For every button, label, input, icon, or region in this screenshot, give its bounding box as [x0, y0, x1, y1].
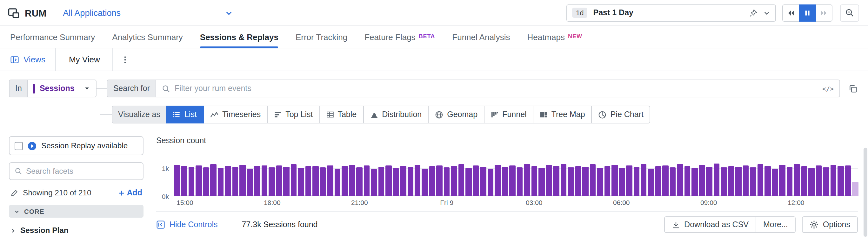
chart-bar[interactable]	[816, 165, 822, 196]
chart-bar[interactable]	[612, 165, 618, 196]
chart-bar[interactable]	[633, 167, 640, 196]
chart-bar[interactable]	[232, 167, 239, 196]
chart-bar[interactable]	[546, 165, 552, 196]
chart-bar[interactable]	[473, 166, 479, 196]
chart-bar[interactable]	[203, 167, 209, 196]
chart-bar[interactable]	[364, 165, 370, 196]
chart-bar[interactable]	[495, 165, 501, 196]
chart-bar[interactable]	[429, 166, 435, 196]
chart-bar[interactable]	[488, 168, 494, 196]
chart-bar[interactable]	[378, 167, 384, 196]
chart-bar[interactable]	[823, 167, 829, 196]
chart-bar[interactable]	[437, 165, 442, 196]
chart-bar[interactable]	[531, 166, 537, 196]
chart-bar[interactable]	[247, 168, 253, 196]
chart-bar[interactable]	[677, 164, 683, 196]
chart-bar[interactable]	[706, 167, 712, 196]
chart-bar[interactable]	[626, 165, 632, 196]
chart-bar[interactable]	[312, 166, 318, 196]
chart-bar[interactable]	[582, 167, 588, 196]
chart-bar[interactable]	[786, 167, 793, 196]
chart-bar[interactable]	[575, 166, 581, 196]
chart-bar[interactable]	[415, 164, 421, 196]
chart-bar[interactable]	[604, 166, 610, 196]
scrollbar-track[interactable]	[864, 145, 867, 234]
chart-bar[interactable]	[371, 169, 377, 196]
chart-bar[interactable]	[218, 168, 224, 196]
chart-bar[interactable]	[276, 166, 282, 196]
chart-bar[interactable]	[509, 165, 516, 196]
chart-bar[interactable]	[560, 164, 566, 196]
tab-error-tracking[interactable]: Error Tracking	[296, 26, 347, 48]
chart-bar[interactable]	[779, 165, 785, 196]
session-replay-checkbox[interactable]	[14, 141, 23, 150]
chart-bar[interactable]	[670, 167, 676, 196]
chart-bar[interactable]	[830, 165, 836, 196]
chart-bar[interactable]	[655, 166, 661, 196]
chart-bar[interactable]	[619, 168, 625, 196]
scrollbar-thumb[interactable]	[864, 148, 867, 237]
tab-analytics-summary[interactable]: Analytics Summary	[112, 26, 183, 48]
query-input[interactable]	[175, 84, 814, 93]
chart-bar[interactable]	[852, 182, 858, 196]
tab-funnel-analysis[interactable]: Funnel Analysis	[452, 26, 510, 48]
chart-bar[interactable]	[641, 164, 647, 196]
chart-bar[interactable]	[261, 165, 268, 196]
tab-heatmaps[interactable]: HeatmapsNEW	[527, 26, 582, 48]
viz-option-top-list[interactable]: Top List	[267, 106, 320, 124]
chart-bar[interactable]	[517, 167, 523, 196]
chart-bar[interactable]	[590, 164, 596, 196]
chart-bar[interactable]	[772, 168, 778, 196]
chart-bar[interactable]	[692, 168, 698, 196]
chart-bar[interactable]	[794, 164, 800, 196]
chart-bar[interactable]	[174, 165, 180, 196]
chart-bar[interactable]	[597, 168, 603, 196]
chart-bar[interactable]	[211, 164, 217, 196]
code-view-toggle[interactable]: </>	[818, 85, 834, 92]
chart-bar[interactable]	[181, 166, 187, 196]
hide-controls-button[interactable]: Hide Controls	[156, 220, 217, 229]
chart-bar[interactable]	[385, 165, 392, 196]
chart-bar[interactable]	[502, 167, 508, 196]
chart-bar[interactable]	[349, 165, 355, 196]
viz-option-table[interactable]: Table	[319, 106, 364, 124]
tab-performance-summary[interactable]: Performance Summary	[10, 26, 95, 48]
chart-bar[interactable]	[189, 166, 195, 196]
chevron-down-icon[interactable]	[763, 9, 770, 16]
tab-feature-flags[interactable]: Feature FlagsBETA	[365, 26, 435, 48]
chart-bar[interactable]	[808, 168, 814, 196]
viz-option-funnel[interactable]: Funnel	[484, 106, 533, 124]
chart-bar[interactable]	[553, 166, 559, 196]
viz-option-timeseries[interactable]: Timeseries	[203, 106, 268, 124]
chart-bar[interactable]	[524, 164, 530, 196]
chart-bar[interactable]	[466, 168, 472, 196]
chart-bar[interactable]	[305, 166, 311, 196]
download-csv-button[interactable]: Download as CSV	[664, 216, 756, 233]
chart-bar[interactable]	[444, 168, 450, 196]
viz-option-list[interactable]: List	[166, 106, 204, 124]
chart-bar[interactable]	[459, 164, 464, 196]
scope-selector[interactable]: Sessions	[28, 80, 97, 97]
chart-bar[interactable]	[538, 168, 545, 196]
chart-bar[interactable]	[845, 165, 851, 196]
chart-bar[interactable]	[757, 164, 764, 196]
fast-forward-button[interactable]	[815, 4, 832, 21]
chart-bar[interactable]	[283, 167, 289, 196]
chart-bar[interactable]	[736, 166, 742, 196]
chart-bar[interactable]	[291, 164, 297, 196]
chart-bar[interactable]	[743, 165, 749, 196]
copy-query-button[interactable]	[848, 84, 858, 93]
chart-bar[interactable]	[240, 165, 246, 196]
views-button[interactable]: Views	[0, 48, 56, 71]
rewind-button[interactable]	[782, 4, 799, 21]
options-button[interactable]: Options	[802, 216, 858, 233]
more-button[interactable]: More...	[755, 216, 796, 233]
chart-bar[interactable]	[568, 167, 574, 196]
chart-bar[interactable]	[662, 165, 669, 196]
chart-bar[interactable]	[225, 166, 231, 196]
chart-bar[interactable]	[714, 164, 720, 196]
chart-bar[interactable]	[298, 168, 304, 196]
tab-my-view[interactable]: My View	[56, 48, 113, 71]
pause-button[interactable]	[799, 4, 816, 21]
chart-bar[interactable]	[393, 168, 399, 196]
